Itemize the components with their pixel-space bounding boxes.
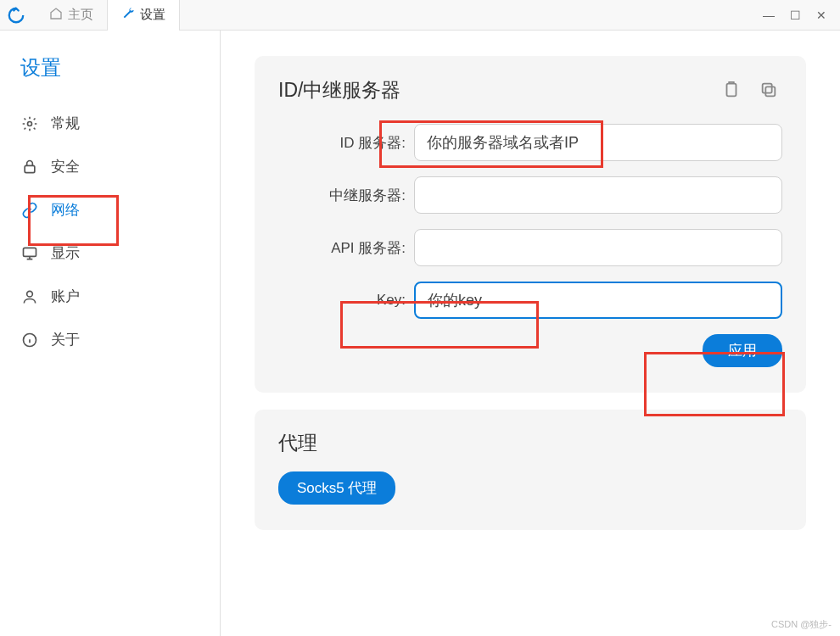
proxy-panel: 代理 Socks5 代理 <box>255 410 806 530</box>
maximize-button[interactable]: ☐ <box>790 8 801 22</box>
relay-server-label: 中继服务器: <box>278 186 406 205</box>
svg-rect-6 <box>765 86 775 96</box>
tab-home[interactable]: 主页 <box>36 0 107 31</box>
api-server-label: API 服务器: <box>278 238 406 258</box>
sidebar-item-display[interactable]: 显示 <box>0 232 220 275</box>
svg-rect-7 <box>763 84 772 93</box>
minimize-button[interactable]: ― <box>763 8 775 22</box>
svg-rect-5 <box>727 84 736 97</box>
sidebar-item-label: 常规 <box>51 114 80 133</box>
id-relay-panel: ID/中继服务器 ID 服务器: 中继服务器: API <box>255 56 806 393</box>
svg-point-3 <box>27 291 33 297</box>
main: 设置 常规 安全 网络 显示 <box>0 31 840 636</box>
svg-rect-1 <box>25 165 35 172</box>
wrench-icon <box>121 7 135 23</box>
paste-button[interactable] <box>718 76 745 103</box>
sidebar-title: 设置 <box>0 47 220 102</box>
sidebar-item-label: 显示 <box>51 243 80 263</box>
titlebar: 主页 设置 ― ☐ ✕ <box>0 0 840 31</box>
sidebar-item-label: 关于 <box>51 330 80 349</box>
socks5-proxy-button[interactable]: Socks5 代理 <box>278 471 395 505</box>
apply-button[interactable]: 应用 <box>703 334 782 367</box>
svg-rect-2 <box>24 248 36 256</box>
monitor-icon <box>20 244 39 263</box>
sidebar-item-about[interactable]: 关于 <box>0 318 220 361</box>
gear-icon <box>20 114 39 133</box>
sidebar-item-account[interactable]: 账户 <box>0 275 220 318</box>
sidebar: 设置 常规 安全 网络 显示 <box>0 31 221 636</box>
key-label: Key: <box>278 292 406 309</box>
copy-button[interactable] <box>755 76 782 103</box>
tab-settings-label: 设置 <box>140 7 165 23</box>
api-server-input[interactable] <box>414 229 782 266</box>
sidebar-item-general[interactable]: 常规 <box>0 102 220 145</box>
close-button[interactable]: ✕ <box>816 8 826 22</box>
sidebar-item-network[interactable]: 网络 <box>0 188 220 232</box>
sidebar-item-label: 安全 <box>51 157 80 176</box>
relay-server-input[interactable] <box>414 176 782 214</box>
watermark: CSDN @独步- <box>771 618 832 631</box>
sidebar-item-label: 账户 <box>51 287 80 306</box>
sidebar-item-label: 网络 <box>51 200 80 220</box>
info-icon <box>20 331 39 349</box>
home-icon <box>49 7 63 23</box>
key-input[interactable] <box>414 282 782 319</box>
content-area: ID/中继服务器 ID 服务器: 中继服务器: API <box>221 31 840 636</box>
id-server-label: ID 服务器: <box>278 133 406 153</box>
proxy-title: 代理 <box>278 430 782 456</box>
id-server-input[interactable] <box>414 124 782 161</box>
app-logo <box>7 6 25 25</box>
tab-home-label: 主页 <box>68 7 93 23</box>
sidebar-item-security[interactable]: 安全 <box>0 145 220 188</box>
svg-point-0 <box>28 121 32 126</box>
window-controls: ― ☐ ✕ <box>763 8 840 22</box>
panel-title: ID/中继服务器 <box>278 77 718 103</box>
lock-icon <box>20 158 39 176</box>
link-icon <box>20 201 39 220</box>
user-icon <box>20 287 39 306</box>
tab-settings[interactable]: 设置 <box>107 0 180 31</box>
